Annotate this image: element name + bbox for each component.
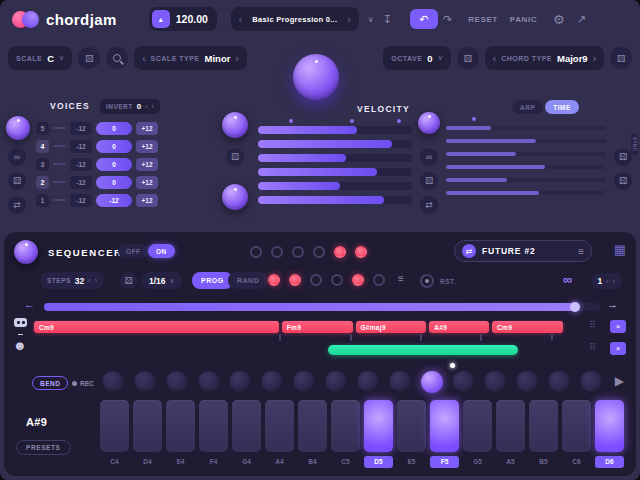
sequencer-preset[interactable]: ⇄ FUTURE #2 ≡ xyxy=(454,240,592,262)
pad-1[interactable] xyxy=(102,371,124,393)
grid-view-icon[interactable]: ▦ xyxy=(614,242,626,257)
pitch-lane-drag-handle[interactable]: ⠿ xyxy=(589,342,596,352)
pad-11[interactable] xyxy=(421,371,443,393)
voice-5-toggle[interactable]: 5 xyxy=(36,122,49,135)
reset-button[interactable]: RESET xyxy=(468,15,498,24)
seek-forward-icon[interactable]: → xyxy=(607,298,618,310)
scale-dropdown[interactable]: SCALE C ∨ xyxy=(8,46,72,70)
rand-mode-button[interactable]: RAND xyxy=(228,272,268,289)
octave-dice-icon[interactable]: ⚄ xyxy=(457,47,479,69)
steps-next-button[interactable]: › xyxy=(95,277,97,284)
step-dot-bottom-6[interactable] xyxy=(373,274,385,286)
voice-5-plus-button[interactable]: +12 xyxy=(136,122,158,135)
velocity-slider-6[interactable] xyxy=(258,196,412,204)
chord-block-4[interactable]: A#9 xyxy=(429,321,489,333)
key-E4[interactable] xyxy=(166,400,195,452)
step-dot-top-5[interactable] xyxy=(334,246,346,258)
velocity-dot-1[interactable] xyxy=(289,119,293,123)
step-dot-bottom-5[interactable] xyxy=(352,274,364,286)
time-dot-1[interactable] xyxy=(472,117,476,121)
chord-lane-drag-handle[interactable]: ⠿ xyxy=(589,320,596,330)
preset-next-button[interactable]: › xyxy=(348,14,351,25)
voice-2-toggle[interactable]: 2 xyxy=(36,176,49,189)
key-C4[interactable] xyxy=(100,400,129,452)
chord-block-5[interactable]: Cm9 xyxy=(492,321,563,333)
pad-14[interactable] xyxy=(516,371,538,393)
repeat-next-button[interactable]: › xyxy=(613,278,615,285)
bend-button[interactable]: BEND xyxy=(32,376,68,390)
presets-button[interactable]: PRESETS xyxy=(16,440,71,455)
voice-3-toggle[interactable]: 3 xyxy=(36,158,49,171)
sequencer-off-button[interactable]: OFF xyxy=(118,244,149,258)
invert-stepper[interactable]: INVERT 0 ‹ › xyxy=(100,99,160,114)
left-rail-knob[interactable] xyxy=(6,116,30,140)
key-D6[interactable] xyxy=(595,400,624,452)
time-slider-4[interactable] xyxy=(446,165,606,169)
infinite-loop-icon[interactable]: ∞ xyxy=(563,272,572,287)
voice-1-minus-button[interactable]: -12 xyxy=(70,194,92,207)
voice-4-minus-button[interactable]: -12 xyxy=(70,140,92,153)
swap-icon[interactable]: ⇄ xyxy=(8,196,26,214)
voice-2-minus-button[interactable]: -12 xyxy=(70,176,92,189)
key-F5[interactable] xyxy=(430,400,459,452)
voice-3-transpose-slider[interactable]: 0 xyxy=(96,158,132,171)
voice-2-transpose-slider[interactable]: 0 xyxy=(96,176,132,189)
menu-icon[interactable]: ≡ xyxy=(398,273,404,284)
time-slider-3[interactable] xyxy=(446,152,606,156)
invert-prev-button[interactable]: ‹ xyxy=(145,103,147,110)
time-slider-6[interactable] xyxy=(446,191,606,195)
chord-type-next-button[interactable]: › xyxy=(593,53,596,64)
save-preset-icon[interactable]: ↧ xyxy=(383,13,392,26)
loop-icon[interactable]: ∞ xyxy=(8,148,26,166)
scale-type-prev-button[interactable]: ‹ xyxy=(142,53,145,64)
pad-5[interactable] xyxy=(229,371,251,393)
preset-name[interactable]: Basic Progression 0... xyxy=(252,15,337,24)
voice-3-plus-button[interactable]: +12 xyxy=(136,158,158,171)
key-B5[interactable] xyxy=(529,400,558,452)
velocity-slider-1[interactable] xyxy=(258,126,412,134)
chord-block-1[interactable]: Cm9 xyxy=(34,321,279,333)
repeat-prev-button[interactable]: ‹ xyxy=(606,278,608,285)
prog-mode-button[interactable]: PROG xyxy=(192,272,233,289)
reset-step-icon[interactable] xyxy=(420,274,434,288)
voices-spread-knob[interactable] xyxy=(222,112,248,138)
sequence-position-slider[interactable] xyxy=(44,303,600,311)
dice-icon[interactable]: ⚄ xyxy=(420,172,438,190)
key-D5[interactable] xyxy=(364,400,393,452)
dice-icon[interactable]: ⚄ xyxy=(8,172,26,190)
redo-button[interactable]: ↷ xyxy=(443,13,452,26)
pad-8[interactable] xyxy=(325,371,347,393)
key-C5[interactable] xyxy=(331,400,360,452)
octave-dropdown[interactable]: OCTAVE 0 ∨ xyxy=(383,46,451,70)
step-dot-bottom-3[interactable] xyxy=(310,274,322,286)
pad-3[interactable] xyxy=(166,371,188,393)
seek-back-icon[interactable]: ← xyxy=(24,298,35,310)
play-icon[interactable]: ▶ xyxy=(615,374,624,388)
rate-dice-icon[interactable]: ⚄ xyxy=(120,272,137,289)
pitch-bar[interactable] xyxy=(328,345,518,355)
step-dot-bottom-2[interactable] xyxy=(289,274,301,286)
robot-icon[interactable] xyxy=(12,318,29,334)
time-slider-2[interactable] xyxy=(446,139,606,143)
pad-16[interactable] xyxy=(580,371,602,393)
velocity-dot-3[interactable] xyxy=(397,119,401,123)
loop-icon[interactable]: ∞ xyxy=(420,148,438,166)
repeat-stepper[interactable]: 1 ‹ › xyxy=(591,273,622,289)
pitch-lane-clear-button[interactable]: × xyxy=(610,342,626,355)
key-E5[interactable] xyxy=(397,400,426,452)
time-slider-5[interactable] xyxy=(446,178,606,182)
step-dot-top-1[interactable] xyxy=(250,246,262,258)
velocity-amount-knob[interactable] xyxy=(222,184,248,210)
voice-4-mini-fader[interactable] xyxy=(53,145,66,147)
voice-1-plus-button[interactable]: +12 xyxy=(136,194,158,207)
chord-block-3[interactable]: G#maj9 xyxy=(356,321,427,333)
chord-lane-clear-button[interactable]: × xyxy=(610,320,626,333)
arp-button[interactable]: ARP xyxy=(512,100,543,114)
panic-button[interactable]: PANIC xyxy=(510,15,537,24)
velocity-slider-5[interactable] xyxy=(258,182,412,190)
rate-dropdown[interactable]: 1/16 ∨ xyxy=(142,272,182,289)
preset-menu-chevron-icon[interactable]: ∨ xyxy=(368,15,374,24)
step-dot-top-4[interactable] xyxy=(313,246,325,258)
chord-type-selector[interactable]: ‹ CHORD TYPE Major9 › xyxy=(485,46,604,70)
velocity-slider-2[interactable] xyxy=(258,140,412,148)
